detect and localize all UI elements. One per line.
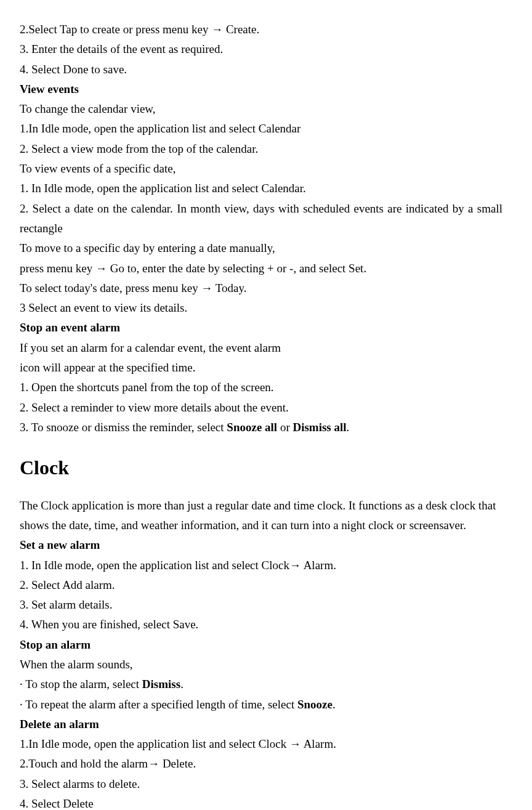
section-heading-view-events: View events xyxy=(20,79,502,99)
text-span: . xyxy=(347,421,350,434)
body-text: 2.Select Tap to create or press menu key… xyxy=(20,20,502,39)
section-heading-set-new-alarm: Set a new alarm xyxy=(20,535,502,555)
body-text: 1.In Idle mode, open the application lis… xyxy=(20,119,502,139)
body-text: 1. In Idle mode, open the application li… xyxy=(20,556,502,575)
body-text: To move to a specific day by entering a … xyxy=(20,238,502,258)
body-text: 3. Select alarms to delete. xyxy=(20,774,502,794)
body-text: 2.Touch and hold the alarm→ Delete. xyxy=(20,754,502,774)
body-text: icon will appear at the specified time. xyxy=(20,358,502,378)
text-span: . xyxy=(332,698,336,711)
section-heading-stop-event-alarm: Stop an event alarm xyxy=(20,318,502,338)
body-text: 4. Select Delete xyxy=(20,794,502,810)
text-span: . xyxy=(180,678,183,691)
section-heading-stop-alarm: Stop an alarm xyxy=(20,635,502,655)
body-text: 4. Select Done to save. xyxy=(20,60,502,79)
body-text: 3. Set alarm details. xyxy=(20,595,502,615)
body-text: If you set an alarm for a calendar event… xyxy=(20,338,502,358)
body-text: To view events of a specific date, xyxy=(20,159,502,179)
body-text: 3 Select an event to view its details. xyxy=(20,298,502,318)
section-heading-delete-alarm: Delete an alarm xyxy=(20,715,502,734)
body-text: The Clock application is more than just … xyxy=(20,496,502,536)
bold-text-dismiss-all: Dismiss all xyxy=(292,421,346,434)
body-text: 4. When you are finished, select Save. xyxy=(20,615,502,634)
bold-text-snooze: Snooze xyxy=(297,698,332,711)
body-text: 1. Open the shortcuts panel from the top… xyxy=(20,378,502,397)
body-text: To select today's date, press menu key →… xyxy=(20,278,502,298)
body-text: 1.In Idle mode, open the application lis… xyxy=(20,734,502,754)
body-text: 2. Select a reminder to view more detail… xyxy=(20,398,502,418)
heading-clock: Clock xyxy=(20,451,502,484)
body-text: 3. Enter the details of the event as req… xyxy=(20,39,502,59)
body-text: 2. Select a view mode from the top of th… xyxy=(20,139,502,159)
body-text: 2. Select a date on the calendar. In mon… xyxy=(20,199,502,239)
body-text: · To stop the alarm, select Dismiss. xyxy=(20,674,502,694)
bold-text-snooze-all: Snooze all xyxy=(227,421,277,434)
body-text: When the alarm sounds, xyxy=(20,655,502,674)
body-text: · To repeat the alarm after a specified … xyxy=(20,695,502,715)
body-text: press menu key → Go to, enter the date b… xyxy=(20,259,502,278)
body-text: 1. In Idle mode, open the application li… xyxy=(20,179,502,198)
text-span: · To repeat the alarm after a specified … xyxy=(20,698,297,711)
bold-text-dismiss: Dismiss xyxy=(142,678,180,691)
text-span: or xyxy=(277,421,292,434)
text-span: 3. To snooze or dismiss the reminder, se… xyxy=(20,421,227,434)
body-text: 3. To snooze or dismiss the reminder, se… xyxy=(20,418,502,437)
body-text: 2. Select Add alarm. xyxy=(20,575,502,595)
text-span: · To stop the alarm, select xyxy=(20,678,142,691)
body-text: To change the calendar view, xyxy=(20,99,502,119)
